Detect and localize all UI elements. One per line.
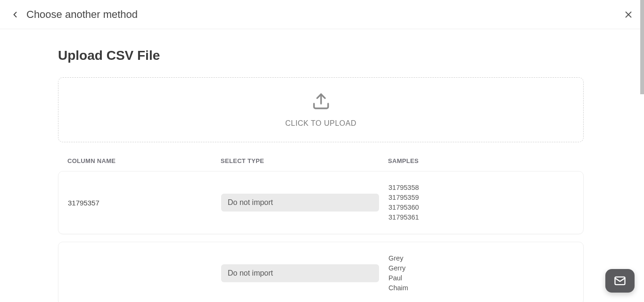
topbar: Choose another method — [0, 0, 644, 29]
upload-icon — [312, 92, 330, 111]
help-fab[interactable] — [605, 269, 635, 293]
sample-value: 31795358 — [388, 183, 574, 193]
content: Upload CSV File CLICK TO UPLOAD COLUMN N… — [58, 48, 584, 302]
samples-cell: 31795358 31795359 31795360 31795361 — [388, 183, 574, 222]
sample-value: 31795359 — [388, 193, 574, 203]
upload-label: CLICK TO UPLOAD — [285, 119, 356, 128]
column-mapping-row: Do not import Grey Gerry Paul Chaim — [58, 242, 584, 302]
page-scroll[interactable]: Upload CSV File CLICK TO UPLOAD COLUMN N… — [0, 29, 644, 302]
sample-value: Paul — [388, 273, 574, 283]
header-samples: SAMPLES — [388, 157, 574, 164]
topbar-left: Choose another method — [10, 8, 138, 21]
header-title[interactable]: Choose another method — [26, 8, 138, 21]
chevron-left-icon — [10, 10, 20, 19]
select-type-cell: Do not import — [221, 194, 388, 212]
sample-value: 31795360 — [388, 203, 574, 212]
sample-value: Grey — [388, 253, 574, 263]
sample-value: Chaim — [388, 283, 574, 293]
sample-value: 31795361 — [388, 212, 574, 222]
upload-dropzone[interactable]: CLICK TO UPLOAD — [58, 77, 584, 142]
sample-value: Gerry — [388, 263, 574, 273]
samples-cell: Grey Gerry Paul Chaim — [388, 253, 574, 293]
close-icon — [623, 9, 634, 20]
column-name-cell: 31795357 — [68, 199, 221, 207]
select-type-cell: Do not import — [221, 264, 388, 282]
header-select-type: SELECT TYPE — [221, 157, 388, 164]
scrollbar[interactable] — [640, 0, 644, 94]
mail-icon — [613, 274, 627, 287]
column-headers: COLUMN NAME SELECT TYPE SAMPLES — [58, 151, 584, 171]
page-title: Upload CSV File — [58, 48, 584, 63]
select-type-dropdown[interactable]: Do not import — [221, 264, 379, 282]
header-column-name: COLUMN NAME — [67, 157, 221, 164]
column-mapping-row: 31795357 Do not import 31795358 31795359… — [58, 171, 584, 234]
close-button[interactable] — [623, 9, 634, 20]
back-button[interactable] — [10, 10, 20, 19]
select-type-dropdown[interactable]: Do not import — [221, 194, 379, 212]
